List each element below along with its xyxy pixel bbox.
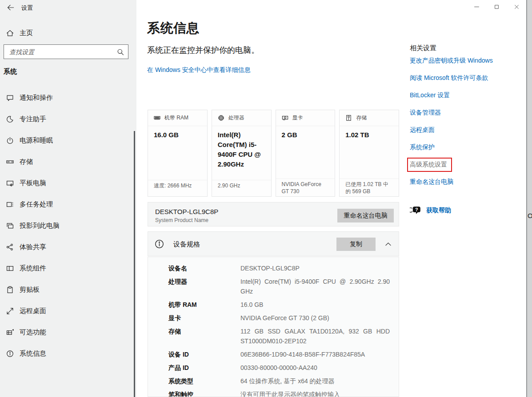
search-box (4, 44, 128, 59)
sidebar-nav-item[interactable]: 剪贴板 (0, 279, 133, 300)
related-settings-title: 相关设置 (410, 44, 436, 52)
about-icon (6, 350, 14, 357)
device-specs-panel: 设备名 DESKTOP-LGL9C8P 处理器 Intel(R) Core(TM… (148, 257, 399, 397)
sidebar-nav-item-label: 系统组件 (20, 264, 46, 273)
windows-security-link[interactable]: 在 Windows 安全中心中查看详细信息 (147, 66, 251, 74)
related-link[interactable]: 系统保护 (410, 143, 435, 151)
card-footer: NVIDIA GeForce GT 730 (276, 179, 335, 196)
sidebar-nav-item[interactable]: 系统信息 (0, 343, 133, 364)
sidebar-nav-item-label: 剪贴板 (20, 286, 40, 294)
sidebar-nav-item[interactable]: 远程桌面 (0, 300, 133, 322)
multitasking-icon (6, 201, 14, 208)
card-footer: 已使用 1.02 TB 中的 569 GB (340, 179, 399, 196)
computer-name-panel: DESKTOP-LGL9C8P System Product Name 重命名这… (148, 202, 399, 226)
summary-card: 机带 RAM 16.0 GB 速度: 2666 MHz (148, 110, 208, 197)
background-window-sliver: O (526, 0, 532, 397)
sidebar-nav-item[interactable]: 系统组件 (0, 258, 133, 279)
sidebar-nav-item-label: 通知和操作 (20, 94, 53, 102)
spec-label: 机带 RAM (168, 300, 240, 310)
copy-button[interactable]: 复制 (336, 238, 376, 251)
clipboard-icon (6, 286, 14, 294)
spec-row: 机带 RAM 16.0 GB (168, 300, 390, 310)
sidebar-nav-item[interactable]: 通知和操作 (0, 87, 133, 108)
card-value: 16.0 GB (148, 126, 207, 140)
search-icon[interactable] (117, 48, 124, 56)
spec-value: 06E36B66-1D90-4148-B58F-F773B824F85A (240, 349, 390, 359)
computer-name: DESKTOP-LGL9C8P (155, 208, 218, 215)
spec-row: 笔和触控 没有可用于此显示器的笔或触控输入 (168, 389, 390, 397)
spec-label: 存储 (168, 326, 240, 346)
sidebar-item-home[interactable]: 主页 (0, 25, 133, 41)
sidebar-nav-item[interactable]: 多任务处理 (0, 194, 133, 215)
home-icon (6, 29, 14, 37)
search-input[interactable] (4, 45, 128, 59)
spec-row: 处理器 Intel(R) Core(TM) i5-9400F CPU @ 2.9… (168, 277, 390, 296)
window-controls (467, 0, 527, 14)
sidebar-nav-item[interactable]: 投影到此电脑 (0, 215, 133, 236)
related-link[interactable]: 高级系统设置 (407, 158, 452, 172)
sidebar-nav-item-label: 系统信息 (20, 349, 46, 358)
spec-row: 系统类型 64 位操作系统, 基于 x64 的处理器 (168, 376, 390, 386)
spec-row: 设备名 DESKTOP-LGL9C8P (168, 263, 390, 273)
related-settings-links: 更改产品密钥或升级 Windows 阅读 Microsoft 软件许可条款 Bi… (410, 56, 493, 195)
ram-icon (154, 115, 160, 121)
focus-assist-icon (6, 115, 14, 123)
rename-pc-button[interactable]: 重命名这台电脑 (337, 209, 394, 222)
remote-desktop-icon (6, 307, 14, 315)
related-link[interactable]: 阅读 Microsoft 软件许可条款 (410, 73, 488, 82)
spec-value: NVIDIA GeForce GT 730 (2 GB) (240, 313, 390, 323)
back-icon[interactable] (4, 2, 18, 13)
spec-row: 存储 112 GB SSD GALAX TA1D0120A, 932 GB HD… (168, 326, 390, 346)
settings-window: { "window": { "app_title": "设置", "back_i… (0, 0, 532, 397)
spec-value: 64 位操作系统, 基于 x64 的处理器 (240, 376, 390, 386)
spec-label: 显卡 (168, 313, 240, 323)
related-link[interactable]: 远程桌面 (410, 125, 435, 134)
sidebar-nav-item-label: 可选功能 (20, 328, 46, 337)
maximize-icon (494, 4, 499, 9)
disk-icon (345, 115, 352, 121)
get-help-label: 获取帮助 (426, 206, 451, 214)
spec-label: 处理器 (168, 277, 240, 296)
sidebar-nav-item[interactable]: 存储 (0, 151, 133, 172)
power-sleep-icon (6, 137, 14, 144)
spec-label: 系统类型 (168, 376, 240, 386)
spec-label: 设备名 (168, 263, 240, 273)
spec-row: 显卡 NVIDIA GeForce GT 730 (2 GB) (168, 313, 390, 323)
sidebar-nav: 通知和操作 专注助手 电源和睡眠 存储 平板电脑 多任务处理 投影到此电脑 体验… (0, 87, 133, 364)
sidebar-nav-item[interactable]: 电源和睡眠 (0, 130, 133, 151)
sidebar-nav-item-label: 远程桌面 (20, 307, 46, 315)
related-link[interactable]: 设备管理器 (410, 108, 441, 117)
svg-text:?: ? (415, 207, 418, 212)
storage-icon (6, 158, 14, 166)
spec-label: 笔和触控 (168, 389, 240, 397)
spec-row: 设备 ID 06E36B66-1D90-4148-B58F-F773B824F8… (168, 349, 390, 359)
related-link[interactable]: 更改产品密钥或升级 Windows (410, 56, 493, 65)
help-icon: ? (410, 206, 421, 215)
related-link[interactable]: 重命名这台电脑 (410, 177, 453, 186)
window-control-button[interactable] (487, 0, 507, 14)
spec-value: 112 GB SSD GALAX TA1D0120A, 932 GB HDD S… (240, 326, 390, 346)
device-specs-title: 设备规格 (173, 240, 200, 249)
card-label: 显卡 (292, 114, 303, 122)
window-control-button[interactable] (467, 0, 487, 14)
info-icon (155, 239, 164, 249)
get-help-link[interactable]: ? 获取帮助 (410, 206, 451, 215)
chevron-up-icon[interactable] (385, 241, 392, 247)
spec-label: 产品 ID (168, 363, 240, 373)
sidebar-nav-item[interactable]: 可选功能 (0, 322, 133, 343)
sidebar-nav-item[interactable]: 专注助手 (0, 108, 133, 130)
sidebar-scrollbar[interactable] (134, 131, 135, 397)
sidebar-nav-item[interactable]: 体验共享 (0, 236, 133, 258)
minimize-icon (474, 4, 479, 9)
window-control-button[interactable] (507, 0, 527, 14)
summary-card: 处理器 Intel(R) Core(TM) i5-9400F CPU @ 2.9… (212, 110, 272, 197)
related-link[interactable]: BitLocker 设置 (410, 91, 450, 99)
sidebar-nav-item-label: 多任务处理 (20, 200, 53, 209)
page-subtitle: 系统正在监控并保护你的电脑。 (147, 45, 259, 56)
summary-card: 显卡 2 GB NVIDIA GeForce GT 730 (276, 110, 336, 197)
device-specs-header[interactable]: 设备规格 复制 (148, 231, 399, 256)
shared-experiences-icon (6, 243, 14, 251)
sidebar-nav-item[interactable]: 平板电脑 (0, 172, 133, 194)
sidebar-nav-item-label: 平板电脑 (20, 179, 46, 187)
background-window-text: O (528, 212, 532, 219)
